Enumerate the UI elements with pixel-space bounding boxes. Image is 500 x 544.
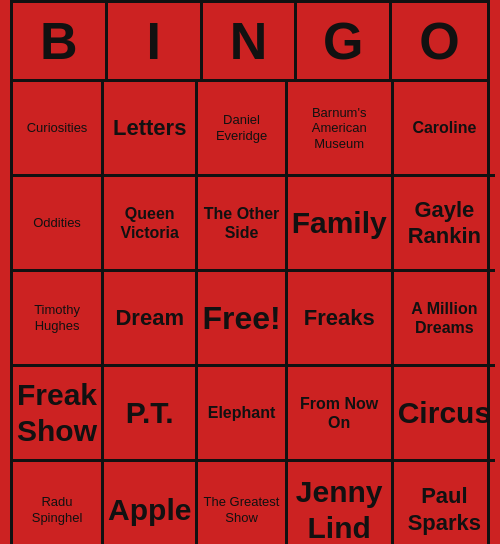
cell-text-9: Gayle Rankin [398,197,491,250]
cell-text-20: Radu Spinghel [17,494,97,525]
cell-text-21: Apple [108,492,191,528]
cell-text-23: Jenny Lind [292,474,387,545]
cell-text-0: Curiosities [27,120,88,136]
cell-14[interactable]: A Million Dreams [394,272,495,367]
cell-text-11: Dream [115,305,183,331]
cell-9[interactable]: Gayle Rankin [394,177,495,272]
cell-text-4: Caroline [412,118,476,137]
letter-i: I [108,3,203,79]
cell-text-16: P.T. [126,395,174,431]
cell-text-18: From Now On [292,394,387,432]
cell-text-10: Timothy Hughes [17,302,97,333]
cell-16[interactable]: P.T. [104,367,198,462]
bingo-card: B I N G O CuriositiesLettersDaniel Everi… [10,0,490,544]
cell-2[interactable]: Daniel Everidge [198,82,287,177]
cell-text-3: Barnum's American Museum [292,105,387,152]
cell-19[interactable]: Circus [394,367,495,462]
cell-text-15: Freak Show [17,377,97,449]
cell-21[interactable]: Apple [104,462,198,544]
cell-text-13: Freaks [304,305,375,331]
cell-8[interactable]: Family [288,177,394,272]
cell-15[interactable]: Freak Show [13,367,104,462]
cell-5[interactable]: Oddities [13,177,104,272]
bingo-grid: CuriositiesLettersDaniel EveridgeBarnum'… [13,82,487,544]
cell-7[interactable]: The Other Side [198,177,287,272]
bingo-header: B I N G O [13,3,487,82]
letter-o: O [392,3,487,79]
cell-text-19: Circus [398,395,491,431]
cell-17[interactable]: Elephant [198,367,287,462]
cell-13[interactable]: Freaks [288,272,394,367]
cell-1[interactable]: Letters [104,82,198,177]
letter-n: N [203,3,298,79]
cell-text-7: The Other Side [202,204,280,242]
cell-text-6: Queen Victoria [108,204,191,242]
cell-text-22: The Greatest Show [202,494,280,525]
cell-text-14: A Million Dreams [398,299,491,337]
cell-3[interactable]: Barnum's American Museum [288,82,394,177]
cell-6[interactable]: Queen Victoria [104,177,198,272]
cell-22[interactable]: The Greatest Show [198,462,287,544]
cell-text-24: Paul Sparks [398,483,491,536]
cell-0[interactable]: Curiosities [13,82,104,177]
letter-g: G [297,3,392,79]
cell-4[interactable]: Caroline [394,82,495,177]
cell-24[interactable]: Paul Sparks [394,462,495,544]
letter-b: B [13,3,108,79]
cell-11[interactable]: Dream [104,272,198,367]
cell-12[interactable]: Free! [198,272,287,367]
cell-text-2: Daniel Everidge [202,112,280,143]
cell-text-1: Letters [113,115,186,141]
cell-text-5: Oddities [33,215,81,231]
cell-text-8: Family [292,205,387,241]
cell-10[interactable]: Timothy Hughes [13,272,104,367]
cell-23[interactable]: Jenny Lind [288,462,394,544]
cell-20[interactable]: Radu Spinghel [13,462,104,544]
cell-text-12: Free! [202,300,280,337]
cell-text-17: Elephant [208,403,276,422]
cell-18[interactable]: From Now On [288,367,394,462]
